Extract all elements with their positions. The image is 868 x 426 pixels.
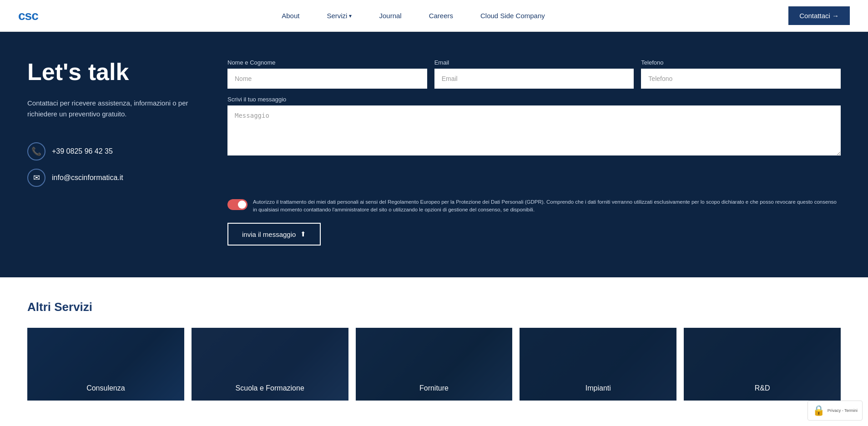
contact-form: Nome e Cognome Email Telefono Scrivi il …	[227, 59, 841, 246]
gdpr-toggle[interactable]	[227, 199, 247, 210]
message-group: Scrivi il tuo messaggio	[227, 96, 841, 191]
service-label-scuola: Scuola e Formazione	[236, 384, 304, 392]
service-label-consulenza: Consulenza	[86, 384, 125, 392]
main-nav: About Servizi ▾ Journal Careers Cloud Si…	[282, 12, 545, 20]
service-card-consulenza[interactable]: Consulenza	[27, 328, 184, 401]
service-card-forniture[interactable]: Forniture	[356, 328, 513, 401]
gdpr-row: Autorizzo il trattamento dei miei dati p…	[227, 198, 841, 214]
service-label-rd: R&D	[755, 384, 770, 392]
contact-description: Contattaci per ricevere assistenza, info…	[27, 98, 200, 120]
phone-input[interactable]	[641, 69, 841, 89]
phone-group: Telefono	[641, 59, 841, 89]
contact-heading: Let's talk	[27, 59, 200, 85]
contact-section: Let's talk Contattaci per ricevere assis…	[0, 32, 868, 277]
chevron-down-icon: ▾	[349, 13, 352, 19]
submit-label: invia il messaggio	[242, 231, 296, 238]
phone-icon: 📞	[27, 142, 45, 160]
phone-label: Telefono	[641, 59, 841, 66]
recaptcha-icon: 🔒	[812, 405, 825, 416]
message-input[interactable]	[227, 105, 841, 155]
recaptcha-text: Privacy - Termini	[828, 408, 858, 413]
service-card-impianti[interactable]: Impianti	[520, 328, 676, 401]
service-card-scuola[interactable]: Scuola e Formazione	[192, 328, 348, 401]
nav-journal[interactable]: Journal	[379, 12, 401, 20]
phone-info: 📞 +39 0825 96 42 35	[27, 142, 200, 160]
email-icon: ✉	[27, 169, 45, 187]
header: csc About Servizi ▾ Journal Careers Clou…	[0, 0, 868, 32]
services-title: Altri Servizi	[27, 300, 841, 314]
contact-left: Let's talk Contattaci per ricevere assis…	[27, 59, 200, 246]
gdpr-text: Autorizzo il trattamento dei miei dati p…	[253, 198, 841, 214]
form-row-1: Nome e Cognome Email Telefono	[227, 59, 841, 89]
email-input[interactable]	[434, 69, 634, 89]
contact-info: 📞 +39 0825 96 42 35 ✉ info@cscinformatic…	[27, 142, 200, 187]
email-label: Email	[434, 59, 634, 66]
name-input[interactable]	[227, 69, 427, 89]
toggle-thumb	[238, 200, 246, 209]
submit-button[interactable]: invia il messaggio ⬆	[227, 223, 321, 246]
name-label: Nome e Cognome	[227, 59, 427, 66]
logo[interactable]: csc	[18, 9, 38, 23]
email-info: ✉ info@cscinformatica.it	[27, 169, 200, 187]
service-label-impianti: Impianti	[585, 384, 611, 392]
services-section: Altri Servizi Consulenza Scuola e Formaz…	[0, 277, 868, 426]
nav-about[interactable]: About	[282, 12, 299, 20]
message-label: Scrivi il tuo messaggio	[227, 96, 841, 103]
email-address: info@cscinformatica.it	[52, 174, 123, 182]
upload-icon: ⬆	[300, 230, 306, 238]
nav-cloud-side[interactable]: Cloud Side Company	[480, 12, 545, 20]
name-group: Nome e Cognome	[227, 59, 427, 89]
service-label-forniture: Forniture	[419, 384, 449, 392]
contact-button[interactable]: Contattaci →	[788, 6, 850, 25]
nav-careers[interactable]: Careers	[429, 12, 453, 20]
email-group: Email	[434, 59, 634, 89]
recaptcha-badge: 🔒 Privacy - Termini	[807, 401, 863, 421]
phone-number: +39 0825 96 42 35	[52, 147, 113, 155]
toggle-track	[227, 199, 247, 210]
service-card-rd[interactable]: R&D	[684, 328, 841, 401]
nav-servizi[interactable]: Servizi ▾	[327, 12, 352, 20]
services-grid: Consulenza Scuola e Formazione Forniture…	[27, 328, 841, 401]
